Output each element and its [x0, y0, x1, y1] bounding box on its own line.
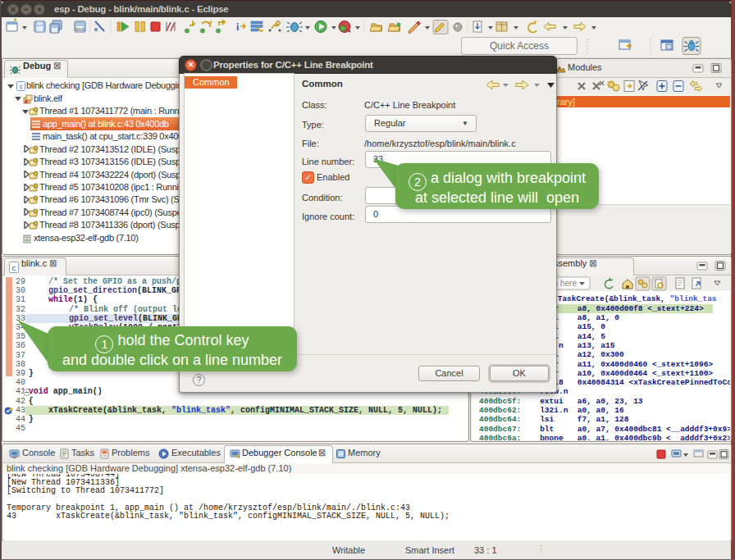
svg-text:i: i [236, 21, 240, 33]
svg-text:c: c [20, 83, 23, 90]
svg-text:010: 010 [76, 27, 84, 33]
svg-text:c: c [11, 265, 16, 273]
